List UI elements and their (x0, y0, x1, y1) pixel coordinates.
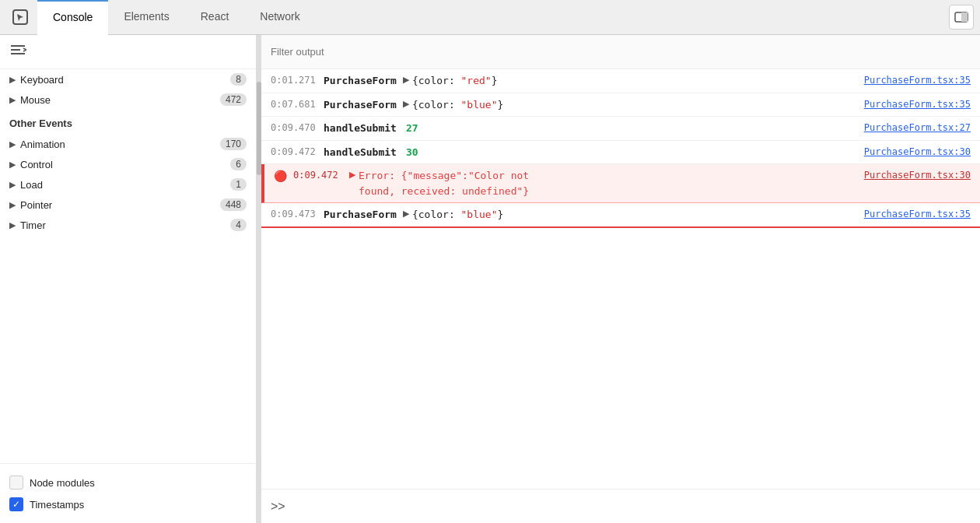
sidebar-item-control-count: 6 (230, 158, 247, 170)
sidebar-item-keyboard[interactable]: ▶ Keyboard 8 (0, 69, 256, 90)
chevron-right-icon: ▶ (9, 75, 16, 85)
sidebar: ▶ Keyboard 8 ▶ Mouse 472 Other Events ▶ … (0, 35, 257, 523)
log-value: {color: "blue"} (412, 97, 503, 113)
sidebar-item-timer[interactable]: ▶ Timer 4 (0, 215, 256, 235)
error-text: Error: {"message":"Color notfound, recei… (359, 168, 864, 198)
log-timestamp: 0:09.472 (293, 168, 340, 182)
log-source: handleSubmit (324, 121, 397, 136)
sidebar-item-animation-label: Animation (20, 139, 220, 150)
log-timestamp: 0:09.470 (271, 121, 317, 135)
console-panel: 0:01.271 PurchaseForm ▶ {color: "red"} P… (261, 35, 980, 523)
expand-arrow-icon[interactable]: ▶ (403, 73, 409, 86)
svg-rect-2 (961, 12, 968, 22)
log-error-row: 🔴 0:09.472 ▶ Error: {"message":"Color no… (261, 164, 980, 203)
log-link[interactable]: PurchaseForm.tsx:30 (864, 168, 971, 182)
sidebar-item-pointer-label: Pointer (20, 199, 220, 211)
filter-bar (261, 35, 980, 69)
error-icon: 🔴 (274, 168, 287, 184)
node-modules-row[interactable]: Node modules (9, 472, 247, 493)
log-source: handleSubmit (324, 145, 397, 160)
sidebar-toolbar (0, 35, 256, 69)
main-layout: ▶ Keyboard 8 ▶ Mouse 472 Other Events ▶ … (0, 35, 980, 523)
log-source: PurchaseForm (324, 97, 397, 113)
filter-input[interactable] (271, 46, 971, 58)
sidebar-item-control[interactable]: ▶ Control 6 (0, 154, 256, 174)
chevron-right-icon: ▶ (9, 200, 16, 210)
log-row: 0:09.472 handleSubmit 30 PurchaseForm.ts… (261, 141, 980, 165)
chevron-right-icon: ▶ (9, 220, 16, 230)
sidebar-item-mouse[interactable]: ▶ Mouse 472 (0, 90, 256, 110)
log-value: {color: "red"} (412, 73, 498, 89)
timestamps-row[interactable]: ✓ Timestamps (9, 493, 247, 515)
tab-network[interactable]: Network (244, 0, 315, 35)
sidebar-item-timer-label: Timer (20, 219, 230, 231)
sidebar-item-timer-count: 4 (230, 219, 247, 231)
log-timestamp: 0:01.271 (271, 73, 317, 87)
log-value-green: 30 (406, 145, 418, 160)
log-source: PurchaseForm (324, 207, 397, 223)
expand-arrow-icon[interactable]: ▶ (403, 207, 409, 220)
timestamps-checkbox[interactable]: ✓ (9, 497, 23, 511)
sidebar-item-animation-count: 170 (220, 138, 247, 150)
sidebar-item-load[interactable]: ▶ Load 1 (0, 174, 256, 195)
sidebar-item-load-label: Load (20, 179, 230, 191)
sidebar-item-mouse-count: 472 (220, 93, 247, 106)
timestamps-label: Timestamps (30, 499, 84, 511)
node-modules-checkbox[interactable] (9, 476, 23, 490)
sidebar-item-pointer-count: 448 (220, 198, 247, 211)
sidebar-item-load-count: 1 (230, 178, 247, 191)
other-events-header: Other Events (0, 110, 256, 134)
chevron-right-icon: ▶ (9, 95, 16, 105)
log-row: 0:09.470 handleSubmit 27 PurchaseForm.ts… (261, 117, 980, 141)
tab-console[interactable]: Console (37, 0, 108, 35)
log-value: {color: "blue"} (412, 207, 503, 223)
sidebar-item-animation[interactable]: ▶ Animation 170 (0, 134, 256, 154)
chevron-right-icon: ▶ (9, 180, 16, 190)
chevron-right-icon: ▶ (9, 139, 16, 149)
log-timestamp: 0:07.681 (271, 97, 317, 111)
expand-arrow-icon[interactable]: ▶ (403, 97, 409, 111)
log-link[interactable]: PurchaseForm.tsx:35 (864, 207, 971, 221)
log-value-green: 27 (406, 121, 418, 136)
log-row: 0:09.473 PurchaseForm ▶ {color: "blue"} … (261, 203, 980, 228)
dock-icon[interactable] (949, 5, 974, 30)
log-link[interactable]: PurchaseForm.tsx:35 (864, 97, 971, 111)
console-prompt[interactable]: >> (271, 500, 285, 514)
sidebar-item-keyboard-count: 8 (230, 73, 247, 86)
expand-arrow-icon[interactable]: ▶ (349, 168, 355, 181)
collapse-icon[interactable] (9, 43, 26, 61)
sidebar-item-keyboard-label: Keyboard (20, 74, 230, 86)
log-timestamp: 0:09.473 (271, 207, 317, 221)
sidebar-item-pointer[interactable]: ▶ Pointer 448 (0, 195, 256, 215)
tab-elements[interactable]: Elements (108, 0, 184, 35)
log-link[interactable]: PurchaseForm.tsx:30 (864, 145, 971, 159)
log-link[interactable]: PurchaseForm.tsx:35 (864, 73, 971, 87)
node-modules-label: Node modules (30, 477, 95, 489)
tab-bar: Console Elements React Network (0, 0, 980, 35)
chevron-right-icon: ▶ (9, 160, 16, 170)
log-link[interactable]: PurchaseForm.tsx:27 (864, 121, 971, 135)
cursor-icon[interactable] (6, 3, 34, 31)
log-row: 0:01.271 PurchaseForm ▶ {color: "red"} P… (261, 69, 980, 93)
console-bottom-bar: >> (261, 489, 980, 523)
sidebar-item-mouse-label: Mouse (20, 94, 220, 106)
sidebar-bottom: Node modules ✓ Timestamps (0, 463, 256, 523)
log-timestamp: 0:09.472 (271, 145, 317, 159)
log-source: PurchaseForm (324, 73, 397, 89)
console-log-area: 0:01.271 PurchaseForm ▶ {color: "red"} P… (261, 69, 980, 489)
tab-react[interactable]: React (185, 0, 245, 35)
sidebar-item-control-label: Control (20, 159, 230, 170)
log-row: 0:07.681 PurchaseForm ▶ {color: "blue"} … (261, 93, 980, 118)
